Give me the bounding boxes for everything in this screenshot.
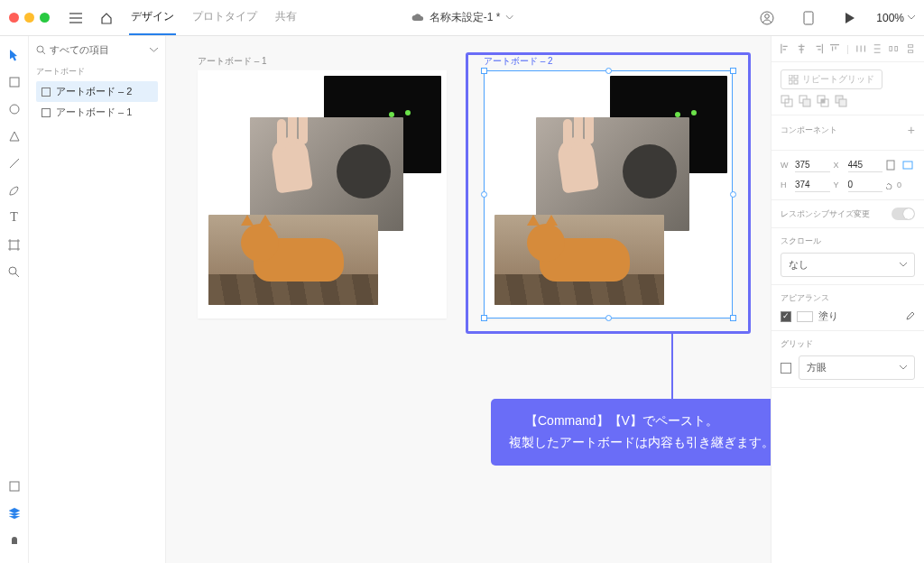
- selection-handle[interactable]: [730, 191, 736, 198]
- rectangle-tool[interactable]: [0, 69, 29, 96]
- minimize-window-icon[interactable]: [24, 13, 34, 23]
- grid-select[interactable]: 方眼: [799, 355, 915, 380]
- selection-handle[interactable]: [730, 68, 736, 74]
- intersect-icon[interactable]: [817, 95, 829, 107]
- align-right-icon[interactable]: [814, 43, 823, 54]
- text-tool[interactable]: T: [0, 204, 29, 231]
- artboard-1-content: [198, 70, 447, 318]
- svg-point-6: [9, 267, 16, 274]
- y-label: Y: [834, 180, 845, 189]
- artboard-1-label[interactable]: アートボード – 1: [198, 55, 267, 68]
- device-preview-icon[interactable]: [798, 7, 819, 29]
- close-window-icon[interactable]: [9, 13, 19, 23]
- height-input[interactable]: [795, 178, 830, 192]
- pen-tool[interactable]: [0, 177, 29, 204]
- document-title[interactable]: 名称未設定-1 *: [411, 10, 513, 25]
- subtract-icon[interactable]: [799, 95, 811, 107]
- repeat-grid-label: リピートグリッド: [802, 73, 874, 86]
- libraries-icon[interactable]: [0, 473, 29, 500]
- user-avatar-icon[interactable]: [756, 7, 778, 29]
- svg-rect-7: [10, 482, 19, 491]
- artboard-1[interactable]: アートボード – 1: [198, 70, 447, 318]
- scroll-select[interactable]: なし: [781, 253, 915, 277]
- align-left-icon[interactable]: [781, 43, 790, 54]
- x-input[interactable]: [848, 158, 883, 172]
- svg-point-1: [765, 14, 770, 18]
- play-icon[interactable]: [839, 7, 861, 29]
- responsive-resize-label: レスポンシブサイズ変更: [781, 208, 870, 220]
- maximize-window-icon[interactable]: [40, 13, 50, 23]
- align-top-icon[interactable]: [830, 43, 839, 54]
- layer-item-artboard-2[interactable]: アートボード – 2: [36, 81, 158, 102]
- landscape-icon[interactable]: [902, 161, 915, 170]
- boolean-ops-row[interactable]: [781, 95, 915, 107]
- layer-item-label: アートボード – 1: [56, 106, 132, 119]
- zoom-tool[interactable]: [0, 258, 29, 285]
- selection-handle[interactable]: [605, 315, 612, 321]
- zoom-control[interactable]: 100%: [876, 12, 915, 24]
- responsive-resize-toggle[interactable]: [892, 208, 915, 220]
- distribute-3-icon[interactable]: [889, 43, 898, 54]
- width-input[interactable]: [795, 158, 830, 172]
- svg-rect-15: [789, 80, 792, 84]
- fill-checkbox[interactable]: [781, 311, 791, 322]
- svg-point-8: [37, 46, 43, 52]
- add-component-icon[interactable]: +: [908, 123, 915, 137]
- distribute-h-icon[interactable]: [856, 43, 865, 54]
- w-label: W: [781, 161, 791, 170]
- tab-design[interactable]: デザイン: [129, 0, 176, 35]
- distribute-v-icon[interactable]: [873, 43, 882, 54]
- svg-rect-10: [895, 46, 898, 51]
- chevron-down-icon: [505, 15, 513, 20]
- portrait-icon[interactable]: [886, 160, 899, 171]
- callout-connector: [671, 334, 673, 406]
- layers-search[interactable]: すべての項目: [36, 43, 158, 57]
- eyedropper-icon[interactable]: [904, 311, 915, 322]
- svg-rect-11: [908, 45, 912, 48]
- selection-handle[interactable]: [481, 68, 487, 74]
- window-controls[interactable]: [9, 13, 50, 23]
- component-section-label: コンポーネント +: [781, 123, 915, 137]
- svg-rect-3: [10, 78, 19, 87]
- fill-swatch[interactable]: [797, 311, 813, 322]
- selection-handle[interactable]: [481, 315, 487, 321]
- grid-value: 方眼: [807, 361, 827, 374]
- image-orange-cat[interactable]: [208, 215, 378, 305]
- ellipse-tool[interactable]: [0, 96, 29, 123]
- x-label: X: [834, 161, 845, 170]
- align-icons-row[interactable]: |: [781, 43, 915, 54]
- document-title-text: 名称未設定-1 *: [430, 10, 501, 25]
- repeat-grid-button[interactable]: リピートグリッド: [781, 69, 882, 89]
- menu-icon[interactable]: [65, 7, 87, 29]
- tab-share[interactable]: 共有: [273, 0, 299, 35]
- svg-point-4: [10, 105, 19, 114]
- union-icon[interactable]: [781, 95, 793, 107]
- selection-handle[interactable]: [605, 68, 612, 74]
- cloud-icon: [411, 14, 424, 23]
- selection-handle[interactable]: [730, 315, 736, 321]
- chevron-down-icon: [150, 48, 158, 52]
- fill-label: 塗り: [818, 309, 838, 323]
- layers-icon[interactable]: [0, 500, 29, 527]
- selection-handle[interactable]: [481, 191, 487, 198]
- home-icon[interactable]: [96, 7, 117, 29]
- exclude-icon[interactable]: [835, 95, 847, 107]
- polygon-tool[interactable]: [0, 123, 29, 150]
- plugins-icon[interactable]: [0, 527, 29, 554]
- svg-rect-27: [903, 162, 912, 169]
- select-tool[interactable]: [0, 42, 29, 69]
- grid-checkbox[interactable]: [781, 363, 791, 374]
- rotate-icon[interactable]: 0: [886, 180, 915, 189]
- distribute-4-icon[interactable]: [906, 43, 915, 54]
- canvas[interactable]: アートボード – 1 アートボード – 2: [166, 36, 771, 563]
- tab-prototype[interactable]: プロトタイプ: [190, 0, 259, 35]
- artboard-tool[interactable]: [0, 231, 29, 258]
- layer-item-artboard-1[interactable]: アートボード – 1: [36, 102, 158, 123]
- align-hcenter-icon[interactable]: [797, 43, 806, 54]
- section-artboards-label: アートボード: [36, 66, 158, 78]
- y-input[interactable]: [848, 178, 883, 192]
- svg-rect-5: [10, 241, 18, 249]
- line-tool[interactable]: [0, 150, 29, 177]
- repeat-grid-icon: [789, 75, 799, 85]
- search-icon: [36, 45, 46, 55]
